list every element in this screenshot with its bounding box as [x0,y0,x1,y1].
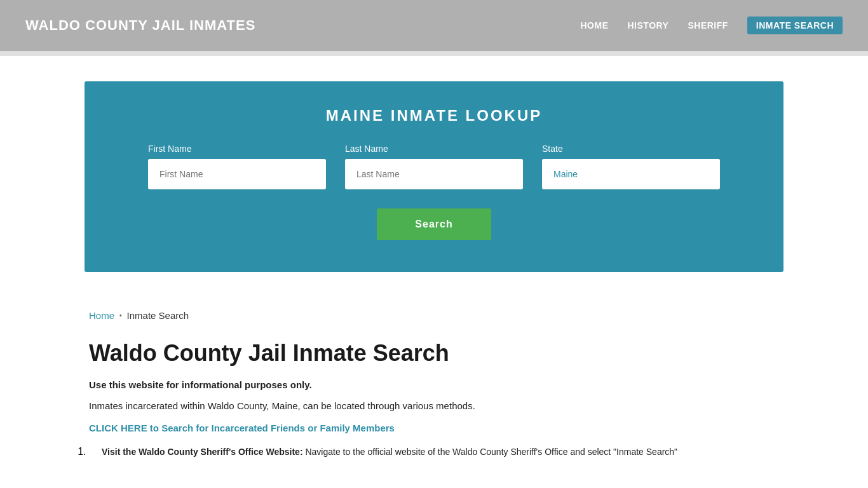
disclaimer-text: Use this website for informational purpo… [89,379,779,390]
search-panel-title: MAINE INMATE LOOKUP [123,107,745,125]
header-stripe [0,51,868,56]
intro-text: Inmates incarcerated within Waldo County… [89,400,779,411]
nav-sheriff[interactable]: SHERIFF [688,20,728,30]
nav-inmate-search[interactable]: INMATE SEARCH [747,17,843,34]
first-name-input[interactable] [148,159,326,189]
page-heading: Waldo County Jail Inmate Search [89,340,779,367]
state-label: State [542,144,720,154]
first-name-label: First Name [148,144,326,154]
site-title: WALDO COUNTY JAIL INMATES [25,17,255,34]
list-item-1-text: Navigate to the official website of the … [303,447,678,457]
list-item-1-bold: Visit the Waldo County Sheriff's Office … [102,447,303,457]
nav-home[interactable]: HOME [581,20,609,30]
last-name-group: Last Name [345,144,523,189]
first-name-group: First Name [148,144,326,189]
main-nav: HOME HISTORY SHERIFF INMATE SEARCH [581,17,843,34]
last-name-label: Last Name [345,144,523,154]
click-here-link[interactable]: CLICK HERE to Search for Incarcerated Fr… [89,423,779,433]
state-input[interactable] [542,159,720,189]
search-fields: First Name Last Name State [123,144,745,189]
search-panel: MAINE INMATE LOOKUP First Name Last Name… [85,81,783,272]
list-item-1: Visit the Waldo County Sheriff's Office … [102,447,677,457]
breadcrumb-home-link[interactable]: Home [89,310,114,321]
site-header: WALDO COUNTY JAIL INMATES HOME HISTORY S… [0,0,868,51]
search-button-wrapper: Search [123,208,745,240]
state-group: State [542,144,720,189]
breadcrumb-separator: • [119,312,122,319]
main-content: Home • Inmate Search Waldo County Jail I… [0,297,868,483]
breadcrumb-current: Inmate Search [127,310,189,321]
search-button[interactable]: Search [377,208,491,240]
breadcrumb: Home • Inmate Search [89,310,779,321]
last-name-input[interactable] [345,159,523,189]
nav-history[interactable]: HISTORY [628,20,669,30]
